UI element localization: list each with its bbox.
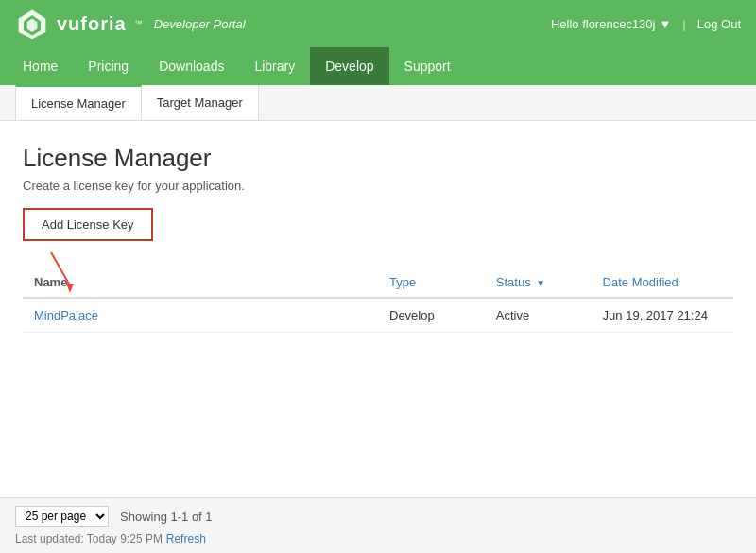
table-row: MindPalace Develop Active Jun 19, 2017 2… [23, 298, 733, 333]
nav-item-pricing[interactable]: Pricing [73, 47, 144, 85]
logo-area: vuforia™ Developer Portal [15, 7, 246, 41]
logout-link[interactable]: Log Out [697, 17, 741, 31]
tab-target-manager[interactable]: Target Manager [142, 85, 259, 120]
main-content: License Manager Create a license key for… [0, 121, 756, 333]
status-sort-icon: ▼ [536, 278, 545, 288]
refresh-link[interactable]: Refresh [166, 532, 206, 545]
user-greeting[interactable]: Hello florencec130j ▼ [551, 17, 671, 31]
chevron-down-icon: ▼ [659, 17, 671, 31]
cell-type: Develop [378, 298, 485, 333]
col-header-status[interactable]: Status ▼ [485, 268, 592, 298]
nav-item-home[interactable]: Home [8, 47, 73, 85]
user-area: Hello florencec130j ▼ | Log Out [551, 17, 741, 31]
col-header-date[interactable]: Date Modified [592, 268, 733, 298]
cell-status: Active [485, 298, 592, 333]
last-updated-text: Last updated: Today 9:25 PM [15, 532, 163, 545]
nav-item-support[interactable]: Support [389, 47, 466, 85]
top-bar: vuforia™ Developer Portal Hello florence… [0, 0, 756, 47]
showing-text: Showing 1-1 of 1 [120, 510, 213, 524]
cell-date: Jun 19, 2017 21:24 [592, 298, 733, 333]
col-header-type[interactable]: Type [378, 268, 485, 298]
logo-tm: ™ [134, 19, 143, 28]
portal-label: Developer Portal [154, 17, 246, 31]
cell-name: MindPalace [23, 298, 378, 333]
vertical-divider: | [682, 17, 685, 31]
vuforia-logo-icon [15, 7, 49, 41]
nav-item-develop[interactable]: Develop [310, 47, 388, 85]
per-page-select[interactable]: 25 per page [15, 506, 109, 527]
page-title: License Manager [23, 144, 733, 173]
tab-license-manager[interactable]: License Manager [15, 85, 142, 120]
page-subtitle: Create a license key for your applicatio… [23, 179, 733, 193]
status-label: Status [496, 275, 531, 289]
license-link[interactable]: MindPalace [34, 308, 98, 322]
greeting-text: Hello florencec130j [551, 17, 656, 31]
footer-bar: 25 per page Showing 1-1 of 1 Last update… [0, 497, 756, 553]
last-updated-row: Last updated: Today 9:25 PM Refresh [15, 530, 741, 545]
logo-text: vuforia [57, 13, 127, 35]
nav-item-downloads[interactable]: Downloads [144, 47, 239, 85]
nav-bar: Home Pricing Downloads Library Develop S… [0, 47, 756, 85]
nav-item-library[interactable]: Library [239, 47, 310, 85]
sub-nav: License Manager Target Manager [0, 85, 756, 121]
footer-top: 25 per page Showing 1-1 of 1 [15, 506, 741, 527]
add-license-key-button[interactable]: Add License Key [23, 208, 153, 241]
col-header-name: Name [23, 268, 378, 298]
license-table: Name Type Status ▼ Date Modified MindPal… [23, 268, 733, 333]
add-key-container: Add License Key [23, 208, 153, 260]
